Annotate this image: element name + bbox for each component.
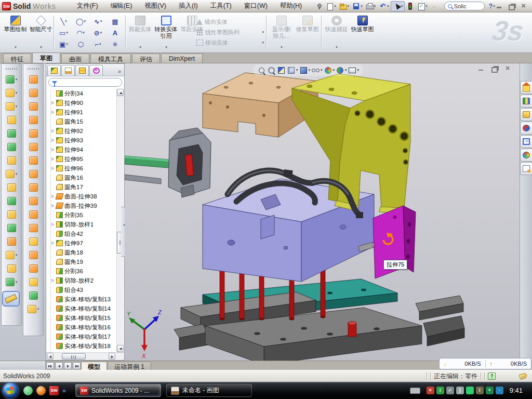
feature-tree-item[interactable]: 拉伸95: [51, 154, 120, 164]
taskpane-home-icon[interactable]: [520, 81, 532, 94]
box-select-icon[interactable]: ▩: [107, 16, 124, 27]
split-line-icon[interactable]: [23, 235, 43, 248]
split-body-icon[interactable]: [2, 208, 21, 221]
ellipse-tool-icon[interactable]: ⊘▾: [89, 27, 107, 38]
feature-tree-item[interactable]: 圆角17: [51, 182, 120, 192]
menubar-item[interactable]: 窗口(W): [238, 0, 274, 12]
polygon-tool-icon[interactable]: ⬡: [72, 38, 89, 50]
expand-arrow-icon[interactable]: [51, 110, 56, 115]
command-tab[interactable]: DimXpert: [161, 54, 203, 63]
doc-restore-button[interactable]: [490, 65, 499, 72]
feature-tree-item[interactable]: 实体-移动/复制13: [51, 295, 120, 304]
scroll-left-arrow[interactable]: [47, 353, 54, 360]
dropdown-arrow-icon[interactable]: ▾: [37, 307, 39, 311]
close-button[interactable]: ×: [519, 3, 528, 10]
feature-tree-item[interactable]: 圆角15: [51, 117, 120, 126]
mirror-bodies-icon[interactable]: [2, 181, 21, 194]
combine-bodies-icon[interactable]: [2, 194, 21, 208]
feature-tree-item[interactable]: 实体-移动/复制15: [51, 313, 120, 323]
menubar-item[interactable]: 视图(V): [138, 0, 172, 12]
search-input[interactable]: [454, 3, 480, 9]
command-tab[interactable]: 曲面: [61, 54, 89, 63]
view-settings-icon[interactable]: ▾: [348, 66, 360, 75]
model-tab[interactable]: 模型: [81, 362, 107, 370]
help-button[interactable]: ?: [489, 3, 493, 10]
select-cursor-icon[interactable]: ▾: [391, 1, 405, 11]
expand-arrow-icon[interactable]: [51, 204, 56, 208]
scroll-down-arrow[interactable]: [117, 345, 124, 352]
feature-tree-item[interactable]: 实体-移动/复制16: [51, 323, 120, 332]
zoom-fit-icon[interactable]: [257, 66, 266, 75]
dome-icon[interactable]: [23, 289, 43, 302]
tray-sync-icon[interactable]: [466, 387, 474, 394]
feature-tree-item[interactable]: 拉伸97: [51, 238, 120, 248]
convert-entities-button[interactable]: 转换实体引用 ▾: [154, 14, 178, 51]
next-tab-button[interactable]: [64, 362, 72, 369]
featuremanager-tab[interactable]: [47, 65, 61, 76]
menubar-item[interactable]: 帮助(H): [274, 0, 308, 12]
expand-arrow-icon[interactable]: [51, 157, 56, 162]
configurationmanager-tab[interactable]: [75, 65, 89, 76]
feature-tree-item[interactable]: 曲面-拉伸39: [51, 201, 120, 210]
design-binder-icon[interactable]: [405, 2, 416, 11]
feature-tree-item[interactable]: 分割35: [51, 210, 120, 220]
taskpane-portal-icon[interactable]: [520, 122, 532, 135]
feature-tree-item[interactable]: 曲面-拉伸38: [51, 192, 120, 201]
insert-part-icon[interactable]: [2, 262, 21, 275]
feature-tree-item[interactable]: 圆角19: [51, 257, 120, 267]
tray-shield-green-icon[interactable]: !: [436, 387, 444, 394]
print-icon[interactable]: ▾: [364, 2, 378, 11]
revolved-surface-icon[interactable]: [23, 86, 43, 100]
tabs-chevron-icon[interactable]: »: [118, 68, 123, 76]
propertymanager-tab[interactable]: [61, 65, 75, 76]
menubar-item[interactable]: 编辑(E): [104, 0, 139, 12]
dropdown-arrow-icon[interactable]: ▾: [16, 253, 18, 257]
dropdown-arrow-icon[interactable]: ▾: [16, 280, 18, 284]
feature-tree-item[interactable]: 拉伸94: [51, 145, 120, 154]
expand-arrow-icon[interactable]: [51, 194, 56, 199]
quicklaunch-solidworks-icon[interactable]: SW: [49, 386, 59, 395]
mid-surface-icon[interactable]: [23, 127, 43, 140]
dropdown-arrow-icon[interactable]: ▾: [357, 68, 360, 72]
smart-dimension-button[interactable]: 智能尺寸 ▾: [29, 14, 53, 51]
feature-tree-item[interactable]: 实体-移动/复制17: [51, 332, 120, 341]
rapid-sketch-button[interactable]: 快速草图: [350, 14, 375, 51]
circle-tool-icon[interactable]: ◯▾: [72, 16, 89, 27]
feature-tree-item[interactable]: 切除-放样1: [51, 220, 120, 229]
dropdown-arrow-icon[interactable]: ▾: [401, 4, 403, 8]
dropdown-arrow-icon[interactable]: ▾: [15, 44, 17, 51]
freeform-icon[interactable]: ▾: [23, 302, 43, 316]
dropdown-arrow-icon[interactable]: ▾: [296, 68, 298, 72]
tree-horizontal-scrollbar[interactable]: [46, 352, 124, 360]
graphics-viewport[interactable]: Y Z X ▾▾▾▾▾▾ × 拉伸75: [125, 63, 520, 361]
doc-close-button[interactable]: ×: [503, 65, 512, 72]
taskpane-appearances-icon[interactable]: [520, 149, 532, 162]
knit-surface-icon[interactable]: [23, 181, 43, 194]
text-tool-icon[interactable]: A: [107, 27, 124, 38]
dropdown-arrow-icon[interactable]: ▾: [348, 4, 350, 8]
intersect-icon[interactable]: [2, 221, 21, 235]
dropdown-arrow-icon[interactable]: ▾: [345, 68, 347, 72]
menubar-item[interactable]: 文件(F): [71, 0, 104, 12]
expand-arrow-icon[interactable]: [51, 222, 56, 227]
taskpane-view-palette-icon[interactable]: [520, 135, 532, 148]
previous-tab-button[interactable]: [55, 362, 63, 369]
tray-antivirus-icon[interactable]: ×: [427, 387, 434, 394]
feature-tree-item[interactable]: 实体-移动/复制14: [51, 304, 120, 313]
quicklaunch-messenger-icon[interactable]: [23, 386, 33, 395]
search-box[interactable]: [444, 2, 485, 10]
dropdown-arrow-icon[interactable]: ▾: [334, 4, 336, 8]
feature-tree-item[interactable]: 拉伸96: [51, 164, 120, 173]
doc-minimize-button[interactable]: [477, 65, 486, 72]
move-copy-body-icon[interactable]: [2, 235, 21, 248]
point-tool-icon[interactable]: ✳: [107, 38, 124, 50]
restore-button[interactable]: [507, 3, 516, 10]
dropdown-arrow-icon[interactable]: ▾: [361, 4, 363, 8]
expand-arrow-icon[interactable]: [51, 138, 56, 143]
dropdown-arrow-icon[interactable]: ▾: [16, 172, 18, 176]
feature-tree-item[interactable]: 圆角18: [51, 248, 120, 257]
fillet-icon[interactable]: ▾: [2, 100, 21, 113]
dropdown-arrow-icon[interactable]: ▾: [333, 68, 335, 72]
last-tab-button[interactable]: [73, 362, 81, 369]
taskpane-design-library-icon[interactable]: [520, 95, 532, 108]
